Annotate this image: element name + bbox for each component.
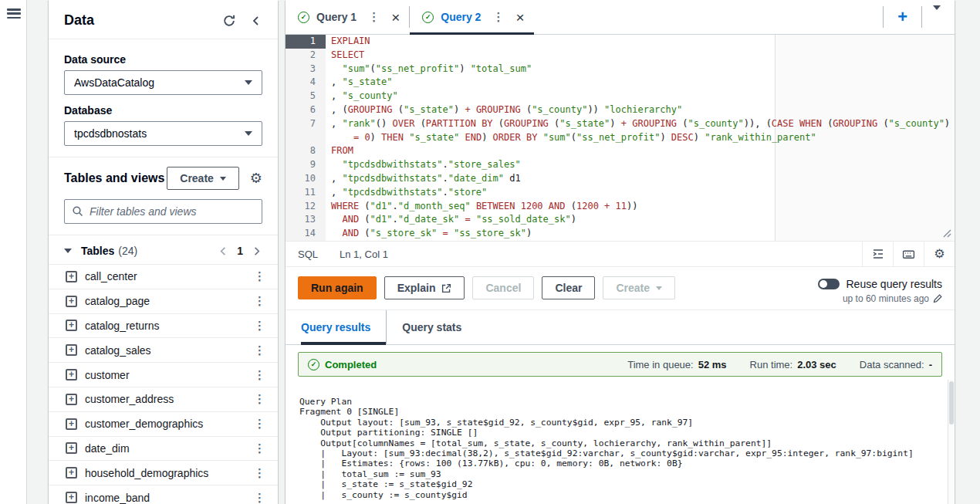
tables-count: (24) [118,245,137,257]
code-lines: 1EXPLAIN2SELECT3 "sum"("ss_net_profit") … [286,35,955,241]
table-menu-icon[interactable]: ⋮ [249,441,270,455]
editor-settings-gear-icon[interactable]: ⚙ [924,242,955,266]
line-number: 4 [286,76,326,90]
caret-down-icon [245,80,252,85]
table-row[interactable]: +catalog_page⋮ [49,289,278,313]
table-row[interactable]: +catalog_returns⋮ [49,313,278,338]
create-query-button[interactable]: Create [603,276,675,299]
app-nav-strip [0,0,27,504]
table-menu-icon[interactable]: ⋮ [249,491,270,504]
tab-query-2[interactable]: ✓ Query 2 ⋮ × [410,0,533,34]
editor-resize-handle[interactable] [943,229,951,238]
cancel-button[interactable]: Cancel [472,276,534,299]
language-mode: SQL [286,249,318,260]
keyboard-icon[interactable] [893,242,924,266]
table-menu-icon[interactable]: ⋮ [249,466,270,480]
expand-table-icon[interactable]: + [66,296,77,307]
filter-tables-input[interactable] [64,199,262,224]
search-icon [72,205,84,218]
table-name: date_dim [85,442,249,455]
tab-close-icon[interactable]: × [391,10,400,25]
table-menu-icon[interactable]: ⋮ [249,319,270,333]
data-source-value: AwsDataCatalog [74,76,245,89]
metric-label: Time in queue: [627,359,694,370]
line-number: 3 [286,63,326,76]
table-row[interactable]: +customer_address⋮ [49,387,278,411]
collapse-panel-button[interactable] [250,15,262,27]
refresh-icon [222,14,236,28]
table-row[interactable]: +customer⋮ [49,362,278,387]
table-menu-icon[interactable]: ⋮ [249,368,270,382]
table-menu-icon[interactable]: ⋮ [249,269,270,283]
create-button[interactable]: Create [167,167,239,190]
reuse-query-results-label: Reuse query results [846,278,942,290]
expand-table-icon[interactable]: + [66,369,77,381]
page-next-icon[interactable] [251,245,262,257]
tab-menu-icon[interactable]: ⋮ [488,10,509,24]
run-again-button[interactable]: Run again [298,276,377,299]
code-line: 14 AND ("s_store_sk" = "ss_store_sk") [286,227,955,241]
expand-table-icon[interactable]: + [66,320,77,331]
clear-button[interactable]: Clear [542,276,595,299]
new-tab-button[interactable]: + [884,8,921,25]
table-menu-icon[interactable]: ⋮ [249,417,270,431]
tab-close-icon[interactable]: × [515,10,524,25]
reuse-query-results-toggle[interactable] [818,279,840,289]
tabs-dropdown-button[interactable] [922,10,955,24]
reuse-duration-text: up to 60 minutes ago [843,293,929,304]
completed-check-icon: ✓ [308,359,319,370]
metric-value: 52 ms [698,359,727,370]
expand-table-icon[interactable]: + [66,271,77,282]
code-line: 1EXPLAIN [286,35,955,49]
code-text: "tpcdsdbwithstats"."store_sales" [326,158,521,172]
table-row[interactable]: +date_dim⋮ [49,436,278,461]
refresh-button[interactable] [222,14,236,28]
tab-menu-icon[interactable]: ⋮ [363,10,384,24]
expand-table-icon[interactable]: + [66,418,77,430]
explain-button[interactable]: Explain [384,276,465,299]
query-status-text: Completed [325,359,377,370]
code-text: , "tpcdsdbwithstats"."date_dim" d1 [326,172,521,186]
tables-views-title: Tables and views [64,171,167,185]
line-number: 11 [286,186,326,200]
table-row[interactable]: +customer_demographics⋮ [49,411,278,436]
hamburger-menu-icon[interactable] [7,8,21,19]
expand-table-icon[interactable]: + [66,442,77,454]
edit-pencil-icon[interactable] [933,294,942,303]
line-number: 13 [286,213,326,227]
table-row[interactable]: +catalog_sales⋮ [49,337,278,362]
format-indent-icon[interactable] [862,242,893,266]
tab-query-stats[interactable]: Query stats [386,310,477,344]
table-name: catalog_page [85,295,249,307]
expand-table-icon[interactable]: + [66,492,77,503]
database-select[interactable]: tpcdsdbnostats [64,121,262,146]
line-number: 14 [286,227,326,241]
code-text: , "s_state" [326,76,392,90]
table-row[interactable]: +income_band⋮ [49,485,278,504]
table-menu-icon[interactable]: ⋮ [249,294,270,308]
results-scrollbar[interactable] [948,380,955,504]
data-source-label: Data source [64,53,262,66]
panel-title: Data [64,12,208,29]
table-row[interactable]: +household_demographics⋮ [49,460,278,485]
external-link-icon [441,283,451,293]
table-name: customer_address [85,393,249,405]
scrollbar-thumb[interactable] [949,381,954,425]
metric-value: 2.03 sec [797,359,836,370]
line-number: 5 [286,90,326,103]
tables-settings-gear-icon[interactable]: ⚙ [250,171,262,185]
page-prev-icon[interactable] [218,245,229,257]
tables-group-collapse-icon[interactable] [64,249,72,253]
sql-editor[interactable]: 1EXPLAIN2SELECT3 "sum"("ss_net_profit") … [286,35,955,241]
tab-query-results[interactable]: Query results [301,310,386,344]
tab-query-1[interactable]: ✓ Query 1 ⋮ × [286,0,409,34]
code-line: 5, "s_county" [286,90,955,103]
data-source-select[interactable]: AwsDataCatalog [64,70,262,95]
expand-table-icon[interactable]: + [66,467,77,479]
table-row[interactable]: +call_center⋮ [49,264,278,289]
expand-table-icon[interactable]: + [66,344,77,356]
table-menu-icon[interactable]: ⋮ [249,392,270,406]
table-menu-icon[interactable]: ⋮ [249,343,270,357]
caret-down-icon [933,5,941,23]
expand-table-icon[interactable]: + [66,394,77,405]
